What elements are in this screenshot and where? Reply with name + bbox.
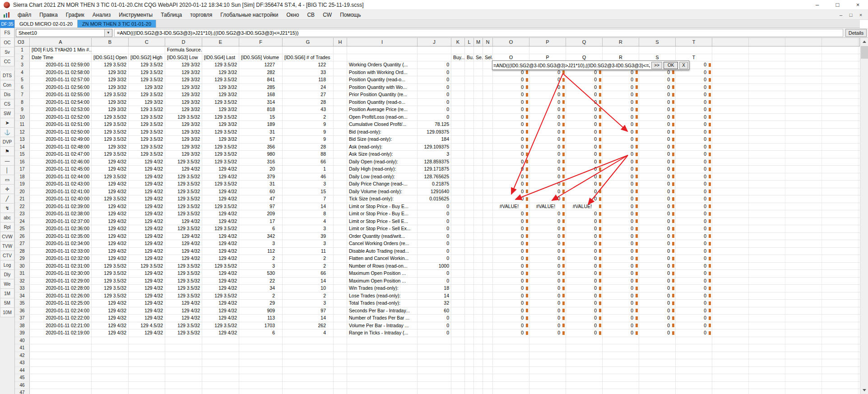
- cell-L1[interactable]: [465, 46, 474, 54]
- cell-F44[interactable]: [239, 367, 283, 374]
- cell-P11[interactable]: 0: [529, 121, 566, 128]
- control-bar-dvp-button[interactable]: DVP: [0, 137, 14, 147]
- cell-L28[interactable]: [465, 248, 474, 255]
- cell-D45[interactable]: [165, 374, 202, 381]
- cell-K2[interactable]: Buy...: [451, 54, 465, 61]
- cell-E13[interactable]: 129 3/32: [202, 136, 239, 143]
- menu-item-6[interactable]: торговля: [186, 12, 216, 18]
- cell-O17[interactable]: 0: [493, 166, 529, 173]
- cell-B24[interactable]: 129 4/32: [92, 218, 129, 225]
- cell-K6[interactable]: [451, 84, 465, 91]
- cell-L13[interactable]: [465, 136, 474, 143]
- cell-E42[interactable]: [202, 352, 239, 359]
- cell-E3[interactable]: 129 3.5/32: [202, 61, 239, 69]
- cell-Q38[interactable]: 0: [566, 322, 603, 329]
- cell-L20[interactable]: [465, 188, 474, 195]
- cell-J34[interactable]: 14: [418, 292, 451, 300]
- cell-I16[interactable]: Daily Open (read-only):: [347, 158, 418, 166]
- cell-N24[interactable]: [483, 218, 493, 225]
- mdi-minimize-icon[interactable]: –: [836, 12, 846, 18]
- cell-K23[interactable]: [451, 210, 465, 218]
- cell-I37[interactable]: Number of Trades Per Bar ...: [347, 315, 418, 322]
- row-header-42[interactable]: 42: [15, 352, 30, 359]
- cell-J3[interactable]: 0: [418, 61, 451, 69]
- cell-F3[interactable]: 1227: [239, 61, 283, 69]
- cell-G22[interactable]: 14: [283, 203, 334, 210]
- cell-C46[interactable]: [129, 382, 165, 389]
- cell-O16[interactable]: 0: [493, 158, 529, 166]
- cell-L38[interactable]: [465, 322, 474, 329]
- cell-M15[interactable]: [474, 151, 483, 158]
- formula-input[interactable]: =AND(((ID0.SG2@3-ID0.SG3@3)>J21*10),((ID…: [114, 29, 843, 37]
- cell-N1[interactable]: [483, 46, 493, 54]
- cell-Q35[interactable]: 0: [566, 300, 603, 307]
- menu-item-2[interactable]: График: [62, 12, 88, 18]
- cell-G44[interactable]: [283, 367, 334, 374]
- cell-I9[interactable]: Position Average Price (re...: [347, 106, 418, 113]
- details-button[interactable]: Details: [845, 29, 867, 37]
- cell-C9[interactable]: 129 3.5/32: [129, 106, 165, 113]
- cell-C10[interactable]: 129 3.5/32: [129, 114, 165, 121]
- cell-C16[interactable]: 129 4/32: [129, 158, 165, 166]
- popup-ok-button[interactable]: OK: [664, 62, 678, 69]
- cell-K11[interactable]: [451, 121, 465, 128]
- cell-P39[interactable]: 0: [529, 329, 566, 337]
- cell-G6[interactable]: 24: [283, 84, 334, 91]
- cell-G30[interactable]: 2: [283, 263, 334, 270]
- cell-F14[interactable]: 356: [239, 144, 283, 151]
- cell-C29[interactable]: 129 4/32: [129, 255, 165, 262]
- control-bar-crosshair-tool-icon[interactable]: ✛: [0, 185, 14, 194]
- cell-A31[interactable]: 2020-01-11 02:30:00: [30, 270, 92, 277]
- cell-Q9[interactable]: 0: [566, 106, 603, 113]
- cell-R7[interactable]: 0: [603, 91, 639, 98]
- cell-M40[interactable]: [474, 337, 483, 344]
- cell-B9[interactable]: 129 3/32: [92, 106, 129, 113]
- cell-J45[interactable]: [418, 374, 451, 381]
- cell-T27[interactable]: 0: [676, 240, 712, 247]
- control-bar-log-button[interactable]: Log: [0, 260, 14, 270]
- cell-L16[interactable]: [465, 158, 474, 166]
- control-bar-anchor-tool-icon[interactable]: ⚓: [0, 128, 14, 137]
- cell-C11[interactable]: 129 3.5/32: [129, 121, 165, 128]
- cell-F8[interactable]: 314: [239, 99, 283, 106]
- cell-F37[interactable]: 113: [239, 315, 283, 322]
- cell-L31[interactable]: [465, 270, 474, 277]
- cell-N4[interactable]: [483, 69, 493, 76]
- cell-J9[interactable]: 0: [418, 106, 451, 113]
- cell-O25[interactable]: 0: [493, 225, 529, 232]
- cell-S6[interactable]: 0: [639, 84, 676, 91]
- cell-K42[interactable]: [451, 352, 465, 359]
- cell-D16[interactable]: 129 3.5/32: [165, 158, 202, 166]
- cell-D12[interactable]: 129 3/32: [165, 129, 202, 136]
- cell-C20[interactable]: 129 4/32: [129, 188, 165, 195]
- cell-K14[interactable]: [451, 144, 465, 151]
- cell-H24[interactable]: [334, 218, 347, 225]
- cell-P29[interactable]: 0: [529, 255, 566, 262]
- cell-B17[interactable]: 129 4/32: [92, 166, 129, 173]
- cell-O18[interactable]: 0: [493, 173, 529, 181]
- cell-P9[interactable]: 0: [529, 106, 566, 113]
- cell-D10[interactable]: 129 3.5/32: [165, 114, 202, 121]
- cell-H28[interactable]: [334, 248, 347, 255]
- cell-F41[interactable]: [239, 344, 283, 352]
- cell-F10[interactable]: 15: [239, 114, 283, 121]
- cell-G37[interactable]: 14: [283, 315, 334, 322]
- cell-J13[interactable]: 184: [418, 136, 451, 143]
- cell-B12[interactable]: 129 3.5/32: [92, 129, 129, 136]
- cell-A10[interactable]: 2020-01-11 02:52:00: [30, 114, 92, 121]
- cell-A27[interactable]: 2020-01-11 02:34:00: [30, 240, 92, 247]
- cell-C41[interactable]: [129, 344, 165, 352]
- control-bar-trendline-tool-icon[interactable]: ╱: [0, 194, 14, 204]
- control-bar-rectangle-tool-icon[interactable]: ▭: [0, 175, 14, 185]
- cell-E38[interactable]: 129 3.5/32: [202, 322, 239, 329]
- cell-C32[interactable]: 129 4/32: [129, 278, 165, 285]
- cell-G24[interactable]: 4: [283, 218, 334, 225]
- cell-Q18[interactable]: 0: [566, 173, 603, 181]
- column-header-T[interactable]: T: [676, 38, 712, 46]
- cell-J11[interactable]: 78.125: [418, 121, 451, 128]
- cell-B30[interactable]: 129 3.5/32: [92, 263, 129, 270]
- cell-I7[interactable]: Prior Position Quantity (re...: [347, 91, 418, 98]
- cell-I41[interactable]: [347, 344, 418, 352]
- cell-C37[interactable]: 129 4/32: [129, 315, 165, 322]
- cell-L11[interactable]: [465, 121, 474, 128]
